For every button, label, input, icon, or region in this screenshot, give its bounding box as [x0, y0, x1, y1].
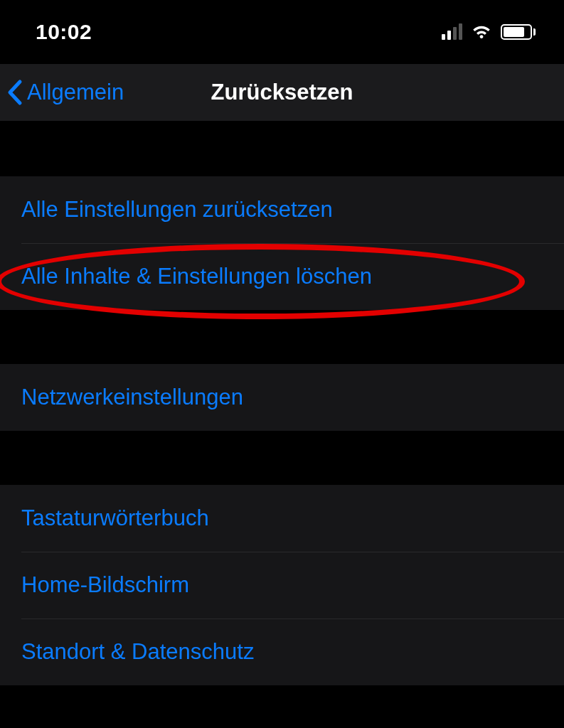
- row-label: Home-Bildschirm: [21, 572, 189, 598]
- row-label: Alle Einstellungen zurücksetzen: [21, 197, 333, 223]
- battery-icon: [501, 24, 536, 40]
- back-button[interactable]: Allgemein: [6, 79, 124, 106]
- wifi-icon: [471, 24, 492, 40]
- reset-group-3: Tastaturwörterbuch Home-Bildschirm Stand…: [0, 485, 564, 685]
- reset-home-screen-row[interactable]: Home-Bildschirm: [0, 552, 564, 619]
- reset-group-1: Alle Einstellungen zurücksetzen Alle Inh…: [0, 176, 564, 310]
- navigation-bar: Allgemein Zurücksetzen: [0, 64, 564, 121]
- status-bar: 10:02: [0, 0, 564, 64]
- chevron-left-icon: [6, 79, 23, 106]
- status-time: 10:02: [36, 20, 92, 44]
- row-label: Alle Inhalte & Einstellungen löschen: [21, 264, 372, 289]
- reset-keyboard-dictionary-row[interactable]: Tastaturwörterbuch: [0, 485, 564, 552]
- status-icons: [442, 24, 536, 40]
- reset-network-settings-row[interactable]: Netzwerkeinstellungen: [0, 364, 564, 431]
- cellular-signal-icon: [442, 24, 462, 40]
- row-label: Tastaturwörterbuch: [21, 505, 209, 531]
- row-label: Netzwerkeinstellungen: [21, 385, 243, 410]
- content-area: Alle Einstellungen zurücksetzen Alle Inh…: [0, 121, 564, 685]
- row-label: Standort & Datenschutz: [21, 639, 254, 665]
- reset-location-privacy-row[interactable]: Standort & Datenschutz: [0, 619, 564, 685]
- reset-all-settings-row[interactable]: Alle Einstellungen zurücksetzen: [0, 176, 564, 243]
- page-title: Zurücksetzen: [211, 80, 353, 105]
- reset-group-2: Netzwerkeinstellungen: [0, 364, 564, 431]
- erase-all-content-row[interactable]: Alle Inhalte & Einstellungen löschen: [0, 243, 564, 310]
- back-label: Allgemein: [27, 80, 124, 105]
